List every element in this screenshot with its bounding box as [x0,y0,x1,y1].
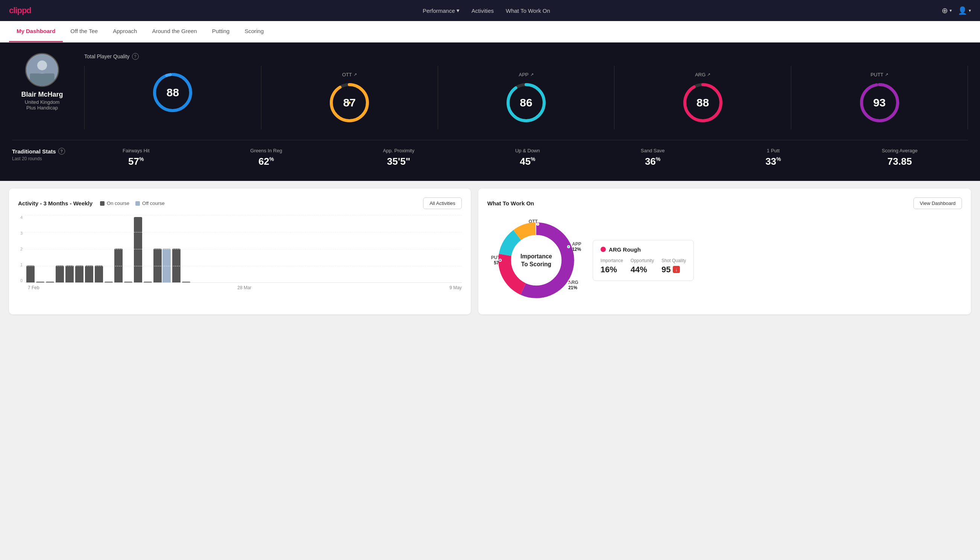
activity-chart-card: Activity - 3 Months - Weekly On course O… [9,188,471,314]
tab-off-the-tee[interactable]: Off the Tee [63,21,105,42]
wtwo-header: What To Work On View Dashboard [488,197,962,209]
ts-title: Traditional Stats ? [12,148,72,155]
on-course-dot [100,201,105,206]
player-header: Blair McHarg United Kingdom Plus Handica… [12,53,968,129]
nav-performance[interactable]: Performance ▾ [423,7,459,14]
x-label-feb: 7 Feb [28,285,40,290]
score-app-value: 86 [520,96,532,109]
ring-arg: 88 [682,82,724,123]
stat-app-proximity: App. Proximity 35'5" [383,148,414,167]
stat-1-putt: 1 Putt 33% [765,148,781,167]
help-icon[interactable]: ? [132,53,139,60]
donut-svg: Importance To Scoring [488,215,585,305]
donut-dot-ott [536,223,539,226]
help-icon[interactable]: ? [58,148,65,155]
nav-activities[interactable]: Activities [472,8,494,14]
bar-oncourse [46,282,54,282]
bar-group-8 [105,282,113,282]
legend-on-course: On course [100,200,129,206]
player-country: United Kingdom [25,99,60,105]
x-label-may: 9 May [449,285,462,290]
bar-group-11 [134,217,142,282]
all-activities-button[interactable]: All Activities [423,197,462,209]
stat-scoring-average: Scoring Average 73.85 [882,148,918,167]
bar-group-3 [56,265,64,282]
chart-card-header: Activity - 3 Months - Weekly On course O… [18,197,462,209]
player-name: Blair McHarg [21,91,63,98]
nav-right: ⊕ ▾ 👤 ▾ [942,6,971,15]
ts-stats: Fairways Hit 57% Greens In Reg 62% App. … [72,148,968,167]
nav-links: Performance ▾ Activities What To Work On [423,7,550,14]
ring-ott: 87 [329,82,370,123]
user-menu-button[interactable]: 👤 ▾ [958,6,971,15]
score-total-value: 88 [166,86,179,99]
arg-metrics: Importance 16% Opportunity 44% Shot Qual… [601,258,686,275]
tab-around-the-green[interactable]: Around the Green [145,21,204,42]
tab-my-dashboard[interactable]: My Dashboard [9,21,63,42]
bar-group-15 [182,282,190,282]
add-button[interactable]: ⊕ ▾ [942,6,952,15]
traditional-stats: Traditional Stats ? Last 20 rounds Fairw… [12,148,968,167]
arrow-up-icon: ↗ [353,72,357,77]
x-label-mar: 28 Mar [237,285,251,290]
sq-badge: ↓ [673,266,680,273]
chart-legend: On course Off course [100,200,165,206]
donut-dot-arg [568,280,571,283]
what-to-work-on-card: What To Work On View Dashboard OTT 10% A… [478,188,971,314]
donut-dot-putt [499,259,502,262]
bar-group-1 [36,282,44,282]
bar-oncourse [114,248,123,282]
stat-fairways-hit: Fairways Hit 57% [123,148,150,167]
legend-off-course: Off course [135,200,165,206]
chart-title: Activity - 3 Months - Weekly [18,200,93,207]
wtwo-title: What To Work On [488,200,534,207]
stat-greens-in-reg: Greens In Reg 62% [250,148,283,167]
bar-group-6 [85,265,93,282]
sub-nav: My Dashboard Off the Tee Approach Around… [0,21,980,42]
arg-opportunity: Opportunity 44% [631,258,654,275]
arrow-up-icon: ↗ [530,72,534,77]
tab-scoring[interactable]: Scoring [237,21,271,42]
stat-sand-save: Sand Save 36% [641,148,665,167]
nav-what-to-work-on[interactable]: What To Work On [506,8,550,14]
donut-chart-wrap: OTT 10% APP 12% ARG 21% PUTT 57% [488,215,585,305]
plus-circle-icon: ⊕ [942,6,948,15]
bar-group-10 [124,282,132,282]
bar-oncourse [144,282,152,282]
score-arg: ARG ↗ 88 [614,66,791,129]
arg-shot-quality-value: 95 ↓ [662,265,686,275]
bar-offcourse [163,248,171,282]
bar-group-2 [46,282,54,282]
bar-oncourse [95,265,103,282]
bar-chart: 0 1 2 3 4 [18,215,462,290]
svg-point-1 [37,60,47,70]
bar-group-9 [114,248,123,282]
tab-putting[interactable]: Putting [205,21,237,42]
bar-oncourse [56,265,64,282]
chevron-down-icon: ▾ [969,8,971,13]
avatar [25,53,59,87]
scores-grid: 88 OTT ↗ 87 [84,66,968,129]
bar-oncourse [153,248,162,282]
arg-shot-quality: Shot Quality 95 ↓ [662,258,686,275]
wtwo-content: OTT 10% APP 12% ARG 21% PUTT 57% [488,215,962,305]
arg-title: ARG Rough [601,246,686,253]
score-ott-value: 87 [343,96,356,109]
bar-group-13 [153,248,171,282]
bar-oncourse [105,282,113,282]
view-dashboard-button[interactable]: View Dashboard [913,197,962,209]
bar-oncourse [65,265,74,282]
tab-approach[interactable]: Approach [105,21,145,42]
bottom-cards: Activity - 3 Months - Weekly On course O… [0,181,980,322]
player-handicap: Plus Handicap [26,105,58,110]
arg-importance: Importance 16% [601,258,623,275]
score-putt-label: PUTT ↗ [870,72,888,77]
arg-info-card: ARG Rough Importance 16% Opportunity 44%… [593,240,694,281]
ts-label: Traditional Stats ? Last 20 rounds [12,148,72,161]
score-app-label: APP ↗ [519,72,533,77]
svg-text:Importance: Importance [521,253,552,260]
bar-oncourse [172,248,181,282]
bar-oncourse [134,217,142,282]
bar-oncourse [36,282,44,282]
bar-oncourse [26,265,35,282]
